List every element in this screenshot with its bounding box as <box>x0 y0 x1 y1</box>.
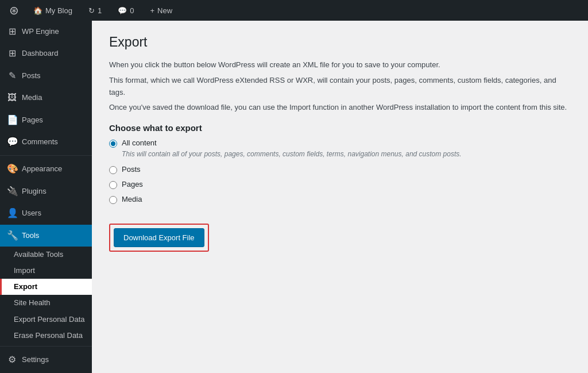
sidebar-item-erase-personal-data[interactable]: Erase Personal Data <box>0 328 92 344</box>
radio-all-content-desc: This will contain all of your posts, pag… <box>122 149 524 159</box>
erase-personal-data-label: Erase Personal Data <box>14 330 83 341</box>
radio-option-all-content: All content This will contain all of you… <box>109 139 571 159</box>
sidebar-item-export-personal-data[interactable]: Export Personal Data <box>0 312 92 328</box>
sidebar-item-tools[interactable]: 🔧 Tools <box>0 225 92 247</box>
sidebar-item-plugins[interactable]: 🔌 Plugins <box>0 180 92 202</box>
sidebar-settings-label: Settings <box>22 355 49 365</box>
sidebar-plugins-label: Plugins <box>22 186 47 197</box>
sidebar-item-export[interactable]: Export <box>0 279 92 295</box>
sidebar-posts-label: Posts <box>22 71 41 81</box>
users-icon: 👤 <box>7 207 17 220</box>
radio-pages-label: Pages <box>122 180 143 189</box>
radio-option-pages: Pages <box>109 180 571 189</box>
sidebar-item-comments[interactable]: 💬 Comments <box>0 131 92 153</box>
radio-option-posts: Posts <box>109 165 571 174</box>
sidebar-media-label: Media <box>22 93 42 103</box>
adminbar-myblog[interactable]: 🏠 My Blog <box>30 0 76 21</box>
export-label: Export <box>14 282 37 292</box>
sidebar-item-wpengine[interactable]: ⊞ WP Engine <box>0 21 92 43</box>
sidebar-divider-1 <box>0 155 92 156</box>
dashboard-icon: ⊞ <box>7 47 17 60</box>
wordpress-icon: ⊛ <box>9 3 19 17</box>
radio-pages[interactable] <box>109 181 117 189</box>
sidebar-divider-2 <box>0 346 92 347</box>
description-2: This format, which we call WordPress eXt… <box>109 75 571 99</box>
admin-bar: ⊛ 🏠 My Blog ↻ 1 💬 0 + New <box>0 0 588 21</box>
adminbar-updates[interactable]: ↻ 1 <box>85 0 105 21</box>
available-tools-label: Available Tools <box>14 249 63 260</box>
radio-posts-label: Posts <box>122 165 141 174</box>
comments-nav-icon: 💬 <box>7 136 17 148</box>
site-health-label: Site Health <box>14 298 51 308</box>
appearance-icon: 🎨 <box>7 163 17 175</box>
description-3: Once you've saved the download file, you… <box>109 102 571 114</box>
import-label: Import <box>14 266 35 276</box>
site-name: My Blog <box>45 6 72 15</box>
settings-icon: ⚙ <box>7 353 17 366</box>
new-label: New <box>157 6 172 15</box>
sidebar-item-collapse[interactable]: ← Collapse menu <box>0 371 92 373</box>
sidebar-item-users[interactable]: 👤 Users <box>0 202 92 224</box>
sidebar-tools-label: Tools <box>22 230 39 241</box>
sidebar-item-settings[interactable]: ⚙ Settings <box>0 349 92 371</box>
posts-icon: ✎ <box>7 70 17 82</box>
sidebar-wpengine-label: WP Engine <box>22 26 59 37</box>
radio-all-content[interactable] <box>109 140 117 148</box>
adminbar-new[interactable]: + New <box>146 0 176 21</box>
pages-icon: 📄 <box>7 114 17 126</box>
sidebar-users-label: Users <box>22 208 41 218</box>
updates-icon: ↻ <box>88 6 95 15</box>
section-title: Choose what to export <box>109 123 571 133</box>
adminbar-comments[interactable]: 💬 0 <box>114 0 137 21</box>
wpengine-icon: ⊞ <box>7 25 17 38</box>
download-export-button[interactable]: Download Export File <box>114 228 204 247</box>
sidebar-item-site-health[interactable]: Site Health <box>0 295 92 311</box>
comments-count: 0 <box>130 6 134 15</box>
home-icon: 🏠 <box>33 6 42 15</box>
main-content: Export When you click the button below W… <box>92 21 588 373</box>
plus-icon: + <box>150 6 154 15</box>
sidebar-appearance-label: Appearance <box>22 164 62 174</box>
sidebar-item-import[interactable]: Import <box>0 263 92 279</box>
radio-option-media: Media <box>109 195 571 204</box>
comments-icon: 💬 <box>118 6 127 15</box>
sidebar-item-dashboard[interactable]: ⊞ Dashboard <box>0 43 92 64</box>
sidebar-dashboard-label: Dashboard <box>22 48 59 59</box>
page-title: Export <box>109 34 571 50</box>
radio-media[interactable] <box>109 196 117 204</box>
sidebar-item-appearance[interactable]: 🎨 Appearance <box>0 158 92 180</box>
updates-count: 1 <box>98 6 102 15</box>
media-icon: 🖼 <box>7 91 17 104</box>
export-personal-data-label: Export Personal Data <box>14 314 85 325</box>
radio-media-label: Media <box>122 195 142 203</box>
sidebar: ⊞ WP Engine ⊞ Dashboard ✎ Posts 🖼 Media … <box>0 21 92 373</box>
wp-logo[interactable]: ⊛ <box>7 3 21 17</box>
plugins-icon: 🔌 <box>7 185 17 198</box>
sidebar-comments-label: Comments <box>22 137 58 147</box>
radio-posts[interactable] <box>109 166 117 174</box>
download-button-wrapper: Download Export File <box>109 224 209 252</box>
radio-all-content-label: All content <box>122 139 157 147</box>
export-options: All content This will contain all of you… <box>109 139 571 204</box>
sidebar-item-posts[interactable]: ✎ Posts <box>0 65 92 87</box>
sidebar-item-available-tools[interactable]: Available Tools <box>0 247 92 263</box>
sidebar-pages-label: Pages <box>22 115 43 125</box>
description-1: When you click the button below WordPres… <box>109 59 571 71</box>
tools-icon: 🔧 <box>7 229 17 242</box>
sidebar-item-media[interactable]: 🖼 Media <box>0 87 92 109</box>
sidebar-item-pages[interactable]: 📄 Pages <box>0 109 92 131</box>
